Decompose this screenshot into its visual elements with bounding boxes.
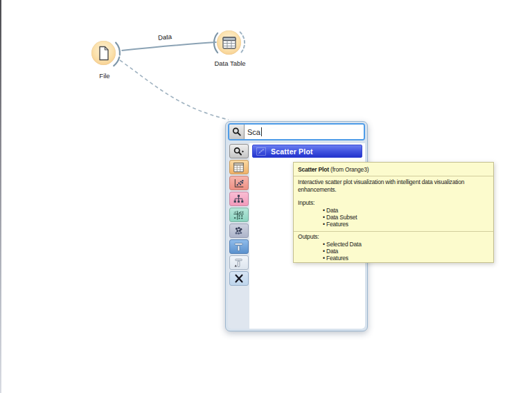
search-icon bbox=[233, 146, 245, 157]
search-field-text[interactable]: Sca bbox=[245, 125, 364, 139]
tee-outline-widget-icon bbox=[233, 257, 245, 268]
node-label-file: File bbox=[99, 72, 109, 80]
category-button-addon-blue[interactable] bbox=[229, 239, 249, 254]
category-button-addon-light[interactable] bbox=[229, 255, 249, 270]
node-label-data-table: Data Table bbox=[214, 60, 245, 67]
tooltip-input-item: Features bbox=[323, 221, 489, 228]
category-button-evaluate[interactable] bbox=[229, 208, 249, 222]
document-icon bbox=[98, 46, 110, 61]
tooltip-title-line: Scatter Plot (from Orange3) bbox=[298, 165, 489, 174]
pending-link-dashed[interactable] bbox=[120, 60, 229, 120]
x-icon bbox=[233, 273, 245, 284]
scatter-plot-icon bbox=[256, 147, 266, 156]
widget-node-data-table[interactable] bbox=[217, 30, 241, 55]
file-output-anchor-arc-2[interactable] bbox=[114, 57, 119, 66]
tooltip-separator bbox=[294, 176, 493, 176]
tooltip-outputs-list: Selected Data Data Features bbox=[298, 241, 489, 262]
text-caret bbox=[261, 127, 262, 136]
widget-node-file[interactable] bbox=[91, 41, 116, 65]
tee-widget-icon bbox=[233, 241, 245, 253]
tooltip-origin: (from Orange3) bbox=[329, 166, 369, 173]
widget-tooltip: Scatter Plot (from Orange3) Interactive … bbox=[293, 162, 494, 263]
search-input[interactable]: Sca bbox=[228, 123, 365, 140]
data-table-icon bbox=[233, 162, 245, 173]
result-row-scatter-plot[interactable]: Scatter Plot bbox=[252, 145, 362, 158]
scatter-plot-icon bbox=[233, 178, 245, 189]
search-icon bbox=[231, 127, 242, 137]
tooltip-inputs-label: Inputs: bbox=[298, 199, 489, 207]
tooltip-input-item: Data Subset bbox=[323, 214, 489, 221]
search-value: Sca bbox=[247, 128, 260, 136]
category-button-search[interactable] bbox=[229, 144, 249, 158]
file-output-anchor-arc[interactable] bbox=[116, 43, 120, 55]
category-sidebar bbox=[228, 143, 249, 329]
evaluate-grid-icon bbox=[233, 210, 245, 221]
tooltip-output-item: Selected Data bbox=[323, 241, 489, 248]
search-magnifier-button[interactable] bbox=[229, 125, 245, 139]
cluster-dots-icon bbox=[233, 226, 245, 237]
link-file-to-datatable[interactable] bbox=[122, 42, 217, 51]
tooltip-output-item: Features bbox=[323, 255, 489, 262]
tooltip-inputs-list: Data Data Subset Features bbox=[298, 207, 489, 228]
tooltip-separator bbox=[294, 231, 493, 232]
tooltip-title: Scatter Plot bbox=[298, 166, 329, 173]
link-label: Data bbox=[157, 33, 172, 42]
category-button-unsupervised[interactable] bbox=[229, 223, 249, 238]
tooltip-input-item: Data bbox=[323, 207, 489, 214]
tooltip-description: Interactive scatter plot visualization w… bbox=[298, 179, 489, 194]
category-button-model[interactable] bbox=[229, 192, 249, 206]
table-icon bbox=[222, 36, 237, 50]
model-tree-icon bbox=[233, 194, 245, 205]
category-button-visualize[interactable] bbox=[229, 176, 249, 190]
tooltip-output-item: Data bbox=[323, 248, 489, 255]
result-label: Scatter Plot bbox=[271, 147, 313, 156]
category-button-data[interactable] bbox=[229, 160, 249, 174]
tooltip-outputs-label: Outputs: bbox=[298, 233, 489, 241]
category-button-remove[interactable] bbox=[229, 271, 249, 286]
